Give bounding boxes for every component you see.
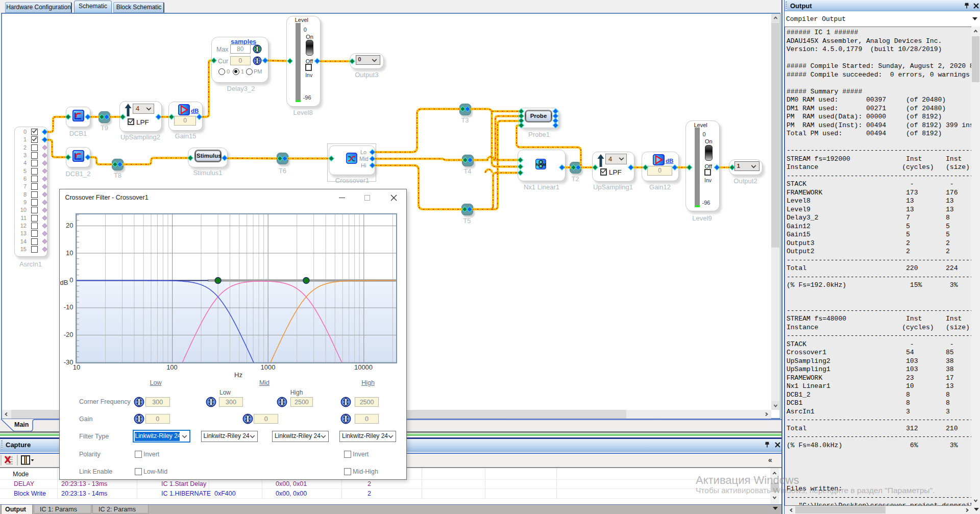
svg-text:N: N: [536, 162, 539, 167]
svg-text:M: M: [543, 162, 546, 167]
